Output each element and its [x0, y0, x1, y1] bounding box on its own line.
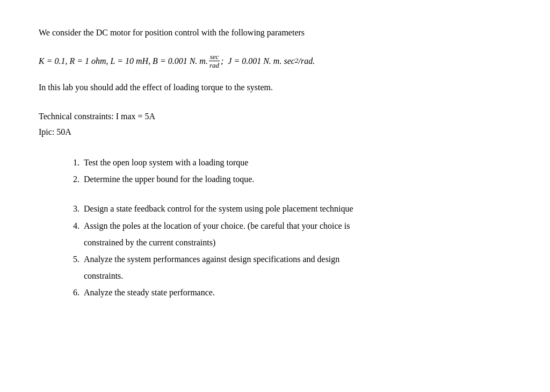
list-continuation-5: constraints. — [84, 268, 511, 283]
list-number-1: 1. — [64, 155, 79, 170]
list-text-4: Assign the poles at the location of your… — [84, 219, 511, 233]
ordered-list: 1. Test the open loop system with a load… — [64, 155, 511, 300]
fraction-numerator: sec — [209, 53, 220, 62]
list-text-3: Design a state feedback control for the … — [84, 201, 511, 216]
formula-superscript: 2 — [295, 54, 299, 68]
formula-fraction: sec rad — [208, 53, 220, 70]
list-text-6: Analyze the steady state performance. — [84, 285, 511, 300]
ipic-label: Ipic: 50A — [39, 125, 511, 140]
list-section-3-6: 3. Design a state feedback control for t… — [64, 201, 511, 300]
intro-paragraph: We consider the DC motor for position co… — [39, 26, 511, 40]
fraction-denominator: rad — [208, 61, 220, 70]
list-continuation-4: constrained by the current constraints) — [84, 235, 511, 250]
list-number-3: 3. — [64, 201, 79, 216]
list-number-5: 5. — [64, 252, 79, 266]
formula-r: R = 1 ohm, — [69, 53, 108, 70]
loading-paragraph: In this lab you should add the effect of… — [39, 81, 511, 95]
constraints-block: Technical constraints: I max = 5A Ipic: … — [39, 109, 511, 140]
list-section-1-2: 1. Test the open loop system with a load… — [64, 155, 511, 186]
list-text-1: Test the open loop system with a loading… — [84, 155, 511, 170]
page-content: We consider the DC motor for position co… — [0, 0, 550, 332]
formula-semicolon: ; — [221, 53, 223, 70]
list-number-2: 2. — [64, 172, 79, 186]
list-item-2: 2. Determine the upper bound for the loa… — [64, 172, 511, 186]
formula-l: L = 10 mH, — [111, 53, 151, 70]
constraints-label: Technical constraints: I max = 5A — [39, 109, 511, 125]
spacer-1 — [64, 193, 511, 201]
list-text-5: Analyze the system performances against … — [84, 252, 511, 266]
formula-line: K = 0.1, R = 1 ohm, L = 10 mH, B = 0.001… — [39, 53, 511, 70]
list-item-4: 4. Assign the poles at the location of y… — [64, 219, 511, 233]
formula-per-rad: /rad. — [299, 53, 315, 70]
list-number-4: 4. — [64, 219, 79, 233]
formula-b: B = 0.001 N. m. — [153, 53, 208, 70]
list-number-6: 6. — [64, 285, 79, 300]
list-item-3: 3. Design a state feedback control for t… — [64, 201, 511, 216]
list-item-5: 5. Analyze the system performances again… — [64, 252, 511, 266]
formula-j: J = 0.001 N. m. sec — [228, 53, 295, 70]
list-item-6: 6. Analyze the steady state performance. — [64, 285, 511, 300]
formula-k: K = 0.1, — [39, 53, 67, 70]
list-text-2: Determine the upper bound for the loadin… — [84, 172, 511, 186]
list-item-1: 1. Test the open loop system with a load… — [64, 155, 511, 170]
